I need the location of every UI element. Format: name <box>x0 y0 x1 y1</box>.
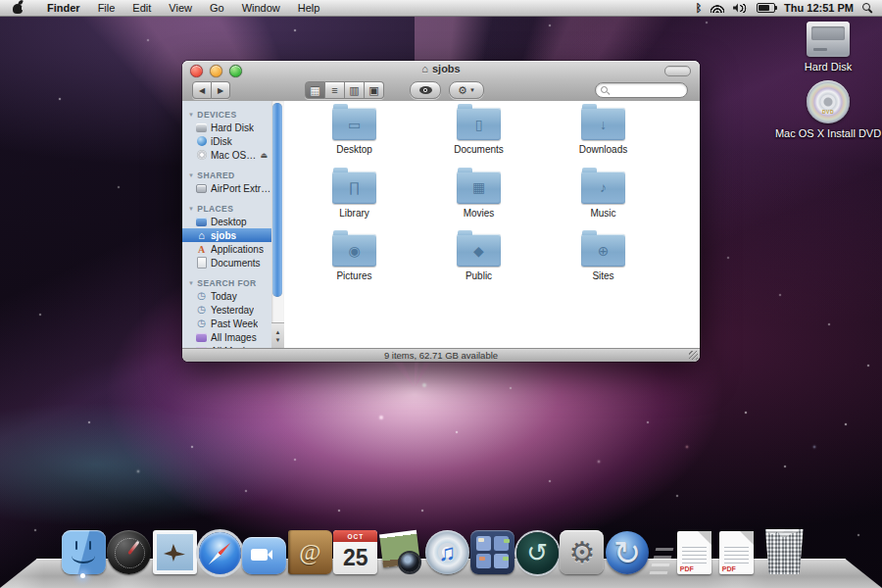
resize-grip[interactable] <box>689 351 698 360</box>
sidebar-header[interactable]: ▼DEVICES <box>182 108 271 121</box>
bluetooth-icon[interactable]: ᛒ <box>695 3 702 14</box>
folder-desktop[interactable]: ▭Desktop <box>292 108 416 172</box>
menu-help[interactable]: Help <box>289 1 329 15</box>
sidebar-item-label: Past Week <box>211 318 258 329</box>
desktop-icon-install-dvd[interactable]: DVD Mac OS X Install DVD <box>777 80 879 139</box>
folder-movies[interactable]: ▦Movies <box>416 172 541 235</box>
sidebar-item-idisk[interactable]: iDisk <box>182 134 271 148</box>
back-button[interactable]: ◀ <box>192 81 212 99</box>
sidebar-header[interactable]: ▼SHARED <box>182 169 271 181</box>
desktop-icon-hard-disk[interactable]: Hard Disk <box>790 22 866 73</box>
folder-public[interactable]: ◆Public <box>416 234 541 298</box>
time-machine-arrow-icon: ↺ <box>526 540 548 565</box>
disclosure-triangle-icon[interactable]: ▼ <box>188 112 194 118</box>
window-titlebar[interactable]: ⌂sjobs <box>182 61 700 79</box>
wifi-icon[interactable] <box>710 4 724 13</box>
itunes-dock-icon[interactable]: ♫ <box>425 530 469 574</box>
list-view-button[interactable]: ≡ <box>325 81 345 99</box>
folder-music[interactable]: ♪Music <box>541 172 665 235</box>
folder-documents[interactable]: ▯Documents <box>416 108 541 172</box>
folder-icon: ♪ <box>581 172 625 204</box>
sidebar-item-documents[interactable]: Documents <box>182 256 271 270</box>
sidebar-item-airport-extreme[interactable]: AirPort Extreme <box>182 181 271 195</box>
iphoto-dock-icon[interactable] <box>379 530 423 574</box>
ical-dock-icon[interactable]: OCT25 <box>333 530 377 574</box>
pdf-document-dock-icon[interactable]: PDF <box>677 531 711 574</box>
idisk-icon <box>197 136 207 146</box>
sidebar-item-past-week[interactable]: ◷Past Week <box>182 317 271 330</box>
sidebar-item-today[interactable]: ◷Today <box>182 289 271 303</box>
apple-menu-icon[interactable] <box>12 1 24 15</box>
sidebar-item-label: Mac OS X I... <box>211 150 256 161</box>
menu-view[interactable]: View <box>160 1 201 15</box>
spaces-dock-icon[interactable] <box>470 530 514 574</box>
spotlight-icon[interactable] <box>862 3 872 14</box>
disclosure-triangle-icon[interactable]: ▼ <box>188 172 194 178</box>
eject-icon[interactable]: ⏏ <box>260 151 268 160</box>
applications-icon: A <box>198 244 205 255</box>
system-preferences-dock-icon[interactable]: ⚙ <box>560 530 604 574</box>
sidebar-item-install-disc[interactable]: Mac OS X I...⏏ <box>182 148 271 162</box>
airport-icon <box>196 184 207 193</box>
folder-icon: ∏ <box>332 172 376 204</box>
volume-icon[interactable] <box>733 3 748 13</box>
folder-library[interactable]: ∏Library <box>292 172 416 235</box>
folder-icon: ▯ <box>457 108 501 140</box>
mail-dock-icon[interactable] <box>153 530 197 574</box>
folder-label: Pictures <box>336 270 371 281</box>
address-book-dock-icon[interactable]: @ <box>288 530 332 574</box>
music-emblem-icon: ♪ <box>600 180 607 194</box>
folder-label: Music <box>590 208 615 219</box>
coverflow-view-button[interactable]: ▣ <box>365 81 384 99</box>
sidebar-item-applications[interactable]: AApplications <box>182 242 271 256</box>
disclosure-triangle-icon[interactable]: ▼ <box>188 280 194 286</box>
window-title: sjobs <box>432 63 461 74</box>
quick-look-button[interactable] <box>410 81 441 99</box>
sidebar-item-sjobs[interactable]: ⌂sjobs <box>182 228 271 242</box>
menu-edit[interactable]: Edit <box>123 1 160 15</box>
drive-icon <box>196 123 207 132</box>
action-menu-button[interactable]: ⚙▼ <box>449 81 484 99</box>
ichat-dock-icon[interactable] <box>242 537 286 574</box>
sidebar-item-desktop[interactable]: Desktop <box>182 215 271 228</box>
icon-view-button[interactable]: ▦ <box>305 81 325 99</box>
battery-icon[interactable] <box>757 3 775 13</box>
sidebar-scrollbar[interactable]: ▲ ▼ <box>271 101 285 349</box>
scrollbar-thumb[interactable] <box>272 103 282 297</box>
toolbar-toggle-pill[interactable] <box>664 66 691 76</box>
search-field[interactable] <box>595 82 688 98</box>
sidebar-section-places: ▼PLACES Desktop ⌂sjobs AApplications Doc… <box>182 202 271 270</box>
menu-window[interactable]: Window <box>233 1 289 15</box>
window-header[interactable]: ⌂sjobs ◀ ▶ ▦ ≡ ▥ ▣ ⚙▼ <box>182 61 700 102</box>
scroll-down-arrow[interactable]: ▼ <box>275 337 281 343</box>
finder-dock-icon[interactable] <box>62 530 106 574</box>
menu-go[interactable]: Go <box>201 1 233 15</box>
smart-folder-icon <box>196 333 207 342</box>
disclosure-triangle-icon[interactable]: ▼ <box>188 206 194 212</box>
clock-icon: ◷ <box>197 291 206 301</box>
trash-dock-icon[interactable] <box>763 529 806 574</box>
menu-file[interactable]: File <box>89 1 124 15</box>
sidebar-header[interactable]: ▼PLACES <box>182 202 271 215</box>
scroll-up-arrow[interactable]: ▲ <box>275 329 281 335</box>
safari-dock-icon[interactable] <box>199 532 241 574</box>
software-update-dock-icon[interactable]: ↻ <box>606 531 649 574</box>
sidebar-item-all-images[interactable]: All Images <box>182 330 271 344</box>
folder-downloads[interactable]: ↓Downloads <box>541 108 665 172</box>
folder-sites[interactable]: ⊕Sites <box>541 234 665 298</box>
menu-finder[interactable]: Finder <box>38 1 89 15</box>
desktop-icon-label: Hard Disk <box>805 61 852 73</box>
pdf-document-dock-icon[interactable]: PDF <box>719 531 754 574</box>
time-machine-dock-icon[interactable]: ↺ <box>516 532 559 574</box>
dashboard-dock-icon[interactable] <box>107 530 151 574</box>
column-view-button[interactable]: ▥ <box>345 81 365 99</box>
sidebar-item-hard-disk[interactable]: Hard Disk <box>182 121 271 134</box>
search-input[interactable] <box>612 83 683 97</box>
hard-disk-icon <box>807 22 850 57</box>
forward-button[interactable]: ▶ <box>212 81 230 99</box>
sidebar-item-yesterday[interactable]: ◷Yesterday <box>182 303 271 317</box>
sidebar-header[interactable]: ▼SEARCH FOR <box>182 276 271 289</box>
sidebar: ▼DEVICES Hard Disk iDisk Mac OS X I...⏏ … <box>182 101 272 349</box>
folder-pictures[interactable]: ◉Pictures <box>292 234 416 298</box>
menu-bar-clock[interactable]: Thu 12:51 PM <box>784 2 854 14</box>
